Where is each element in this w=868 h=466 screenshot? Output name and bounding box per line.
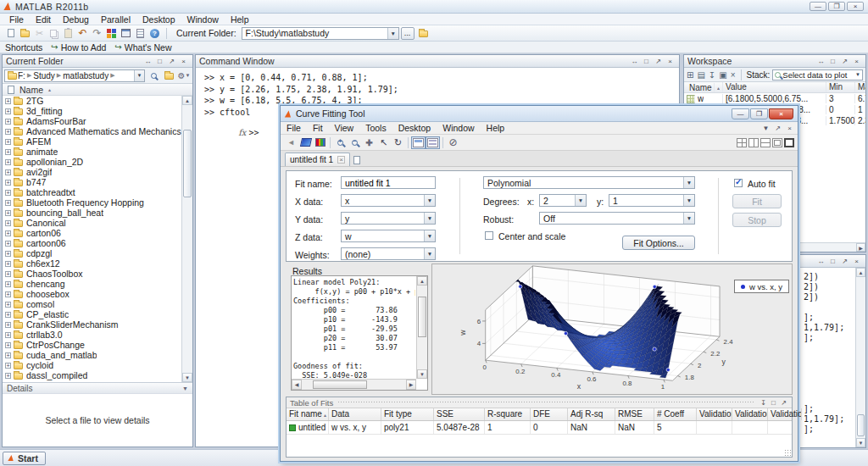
- data-cursor-icon[interactable]: ↖: [376, 136, 391, 149]
- scroll-up-icon[interactable]: ▲: [182, 96, 192, 105]
- expand-icon[interactable]: +: [5, 190, 11, 196]
- folder-row-carton06[interactable]: +carton06: [3, 228, 181, 238]
- breadcrumb-segment[interactable]: matlabstudy: [63, 71, 108, 80]
- cft-menu-help[interactable]: Help: [481, 123, 511, 133]
- search-icon[interactable]: [147, 69, 160, 82]
- center-scale-checkbox[interactable]: [485, 231, 493, 240]
- folder-row-chencang[interactable]: +chencang: [3, 279, 181, 289]
- guide-button[interactable]: [119, 27, 133, 40]
- zoom-out-icon[interactable]: [348, 136, 362, 149]
- new-variable-icon[interactable]: ⊞: [687, 70, 693, 80]
- degree-y-dropdown[interactable]: 1▼: [609, 194, 695, 207]
- expand-icon[interactable]: +: [5, 271, 11, 277]
- actions-gear-icon[interactable]: ⚙▼: [177, 69, 191, 82]
- restore-icon[interactable]: ❐: [828, 2, 845, 11]
- expand-icon[interactable]: +: [5, 342, 11, 348]
- save-workspace-icon[interactable]: ▣: [719, 70, 726, 80]
- scroll-thumb[interactable]: [418, 297, 426, 337]
- undock-icon[interactable]: ↗: [839, 57, 850, 66]
- stop-button[interactable]: Stop: [732, 213, 782, 227]
- close-icon[interactable]: ×: [784, 124, 795, 133]
- cut-button[interactable]: ✂: [32, 27, 47, 40]
- fit-tab[interactable]: untitled fit 1 ×: [285, 153, 350, 166]
- layout-table-toggle[interactable]: [426, 136, 440, 149]
- undock-icon[interactable]: ↗: [839, 257, 850, 266]
- tf-col-data[interactable]: Data: [329, 408, 381, 420]
- close-icon[interactable]: ×: [851, 57, 862, 66]
- scroll-right-icon[interactable]: ▶: [856, 243, 865, 252]
- start-button[interactable]: Start: [3, 452, 46, 465]
- collapse-icon[interactable]: ↧: [759, 398, 768, 408]
- fit-name-input[interactable]: [341, 176, 436, 189]
- scroll-up-icon[interactable]: ▲: [417, 276, 427, 286]
- folder-row-advanced-mathematics-and-mechanics[interactable]: +Advanced Mathematics and Mechanics: [3, 126, 181, 136]
- minimize-icon[interactable]: —: [810, 2, 826, 11]
- expand-icon[interactable]: +: [5, 312, 11, 318]
- folder-row-afem[interactable]: +AFEM: [3, 136, 181, 147]
- expand-icon[interactable]: +: [5, 291, 11, 297]
- results-text[interactable]: Linear model Poly21: f(x,y) = p00 + p10*…: [293, 278, 415, 378]
- folder-row-animate[interactable]: +animate: [3, 147, 181, 157]
- tf-col-validation[interactable]: Validation...: [768, 408, 802, 420]
- scroll-down-icon[interactable]: ▼: [182, 373, 192, 382]
- folder-list-scrollbar[interactable]: ▲ ▼: [181, 96, 192, 382]
- import-data-icon[interactable]: ↧: [709, 70, 715, 80]
- maximize-icon[interactable]: □: [827, 257, 838, 266]
- close-tab-icon[interactable]: ×: [337, 156, 345, 164]
- expand-icon[interactable]: +: [5, 332, 11, 338]
- expand-icon[interactable]: +: [5, 149, 11, 155]
- minimize-icon[interactable]: —: [732, 108, 749, 119]
- dock-icon[interactable]: ↔: [142, 57, 153, 66]
- browse-folder-button[interactable]: ...: [401, 27, 415, 40]
- maximize-pane-icon[interactable]: [784, 138, 794, 147]
- auto-fit-checkbox[interactable]: [734, 179, 743, 187]
- folder-row-choosebox[interactable]: +choosebox: [3, 289, 181, 299]
- paste-button[interactable]: [61, 27, 75, 40]
- tf-col-validation[interactable]: Validation...: [732, 408, 768, 420]
- menu-file[interactable]: File: [3, 14, 30, 25]
- expand-icon[interactable]: +: [5, 281, 11, 287]
- up-folder-icon[interactable]: [416, 27, 431, 40]
- dock-icon[interactable]: ↔: [815, 57, 826, 66]
- folder-row-bouncing-ball-heat[interactable]: +bouncing_ball_heat: [3, 208, 181, 218]
- folder-row-cdpzgl[interactable]: +cdpzgl: [3, 248, 181, 258]
- copy-button[interactable]: [47, 27, 61, 40]
- fit-button[interactable]: Fit: [732, 194, 782, 208]
- scroll-down-icon[interactable]: ▼: [856, 438, 865, 447]
- tf-col-r-square[interactable]: R-square: [485, 408, 531, 420]
- menu-edit[interactable]: Edit: [30, 14, 57, 25]
- surface-icon[interactable]: [298, 136, 313, 149]
- folder-row-crankslidermechanism[interactable]: +CrankSliderMechanism: [3, 319, 181, 330]
- resize-grip[interactable]: [784, 449, 791, 456]
- breadcrumb-segment[interactable]: Study: [33, 71, 55, 80]
- menu-help[interactable]: Help: [225, 14, 255, 25]
- close-icon[interactable]: ×: [178, 57, 189, 66]
- expand-icon[interactable]: +: [5, 302, 11, 308]
- expand-icon[interactable]: +: [5, 352, 11, 358]
- plot-legend[interactable]: w vs. x, y: [734, 280, 789, 293]
- expand-icon[interactable]: +: [5, 251, 11, 257]
- folder-row-bluetooth-frequency-hopping[interactable]: +Bluetooth Frequency Hopping: [3, 197, 181, 208]
- fit-options-button[interactable]: Fit Options...: [622, 236, 695, 250]
- folder-row-canonical[interactable]: +Canonical: [3, 218, 181, 228]
- layout-plot-toggle[interactable]: [411, 136, 426, 149]
- cft-menu-fit[interactable]: Fit: [307, 123, 329, 133]
- close-icon[interactable]: ×: [847, 2, 864, 11]
- expand-icon[interactable]: +: [5, 200, 11, 206]
- tf-col-dfe[interactable]: DFE: [531, 408, 568, 420]
- help-button[interactable]: ?: [147, 27, 162, 40]
- scroll-up-icon[interactable]: ▲: [856, 268, 865, 277]
- weights-dropdown[interactable]: (none)▼: [341, 247, 436, 260]
- folder-row-avi2gif[interactable]: +avi2gif: [3, 167, 181, 177]
- expand-icon[interactable]: +: [5, 159, 11, 165]
- maximize-icon[interactable]: □: [641, 57, 652, 66]
- menu-parallel[interactable]: Parallel: [95, 14, 136, 25]
- chevron-down-icon[interactable]: ▼: [760, 124, 771, 133]
- maximize-icon[interactable]: □: [769, 398, 778, 408]
- expand-icon[interactable]: +: [5, 241, 11, 247]
- expand-icon[interactable]: +: [5, 210, 11, 216]
- chevron-down-icon[interactable]: ▼: [182, 386, 188, 391]
- cft-menu-view[interactable]: View: [329, 123, 360, 133]
- folder-row-batchreadtxt[interactable]: +batchreadtxt: [3, 187, 181, 197]
- close-icon[interactable]: ×: [665, 57, 676, 66]
